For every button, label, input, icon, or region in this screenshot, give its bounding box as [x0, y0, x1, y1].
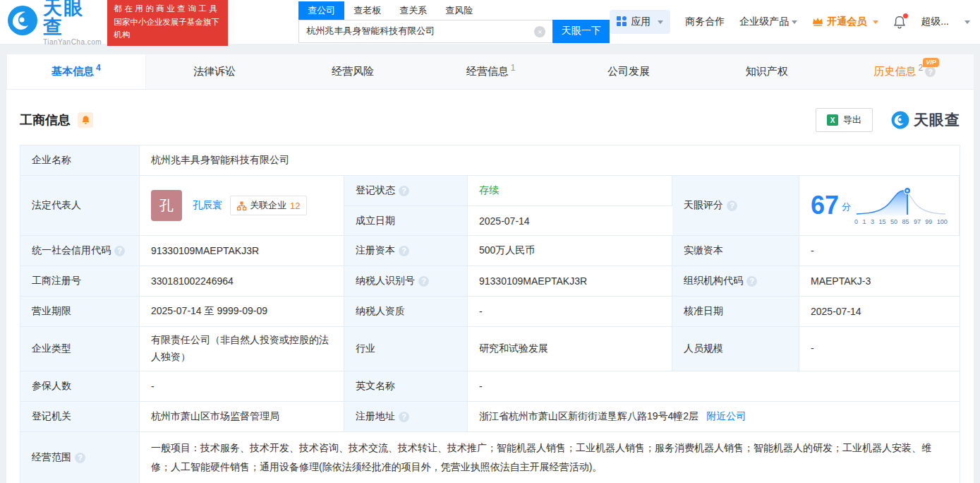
tab-count: 1: [511, 63, 516, 73]
search-tab-company[interactable]: 查公司: [298, 1, 344, 20]
user-menu[interactable]: 超级...: [921, 16, 970, 28]
tab-label: 历史信息: [873, 65, 916, 78]
score-value: 67: [811, 191, 839, 220]
legal-rep-link[interactable]: 孔辰寰: [193, 199, 222, 212]
tianyan-score-cell: 67 分: [799, 176, 960, 236]
field-label: 纳税人资质: [344, 297, 468, 327]
help-icon[interactable]: ?: [75, 453, 85, 463]
tab-legal-litigation[interactable]: 法律诉讼: [146, 54, 284, 89]
tianyancha-logo[interactable]: 天眼查 TianYanCha.com: [7, 0, 102, 46]
field-label: 注册地址 ?: [344, 402, 468, 432]
search-input[interactable]: [298, 20, 552, 43]
excel-icon: X: [827, 114, 838, 126]
field-label: 行业: [344, 327, 468, 371]
clear-search-icon[interactable]: ×: [534, 26, 545, 37]
related-companies-badge[interactable]: 关联企业 12: [230, 196, 307, 215]
tianyancha-swirl-icon: [7, 5, 38, 39]
tab-count: 2: [918, 63, 923, 73]
establish-date-value: 2025-07-14: [468, 206, 672, 236]
field-label-text: 组织机构代码: [684, 275, 743, 287]
tab-intellectual-property[interactable]: 知识产权: [698, 54, 836, 89]
help-icon[interactable]: ?: [114, 246, 125, 256]
field-label: 纳税人识别号 ?: [344, 266, 468, 297]
axis-tick: 99: [925, 218, 932, 225]
help-icon[interactable]: ?: [399, 246, 409, 256]
apps-grid-icon: [617, 16, 627, 28]
logo-text: 天眼查: [43, 0, 102, 37]
field-label-text: 纳税人识别号: [356, 275, 415, 287]
section-title: 工商信息: [20, 112, 71, 129]
table-row: 登记机关 杭州市萧山区市场监督管理局 注册地址 ? 浙江省杭州市萧山区新街街道垦…: [20, 402, 960, 432]
reg-authority-value: 杭州市萧山区市场监督管理局: [140, 402, 344, 432]
logo-domain: TianYanCha.com: [43, 39, 102, 46]
user-name: 超级...: [921, 16, 949, 28]
tab-history-info[interactable]: 历史信息 2 ? VIP: [835, 54, 974, 89]
network-icon: [237, 201, 246, 210]
bell-icon: [81, 115, 90, 125]
english-name-value: -: [468, 371, 960, 402]
help-icon[interactable]: ?: [746, 276, 757, 287]
watermark-text: 天眼查: [914, 110, 960, 130]
help-icon[interactable]: ?: [399, 412, 409, 422]
business-scope-value: 一般项目：技术服务、技术开发、技术咨询、技术交流、技术转让、技术推广；智能机器人…: [140, 432, 960, 483]
watermark-logo: 天眼查: [891, 110, 960, 130]
axis-tick: 0: [854, 218, 858, 225]
help-icon[interactable]: ?: [727, 201, 737, 211]
promo-line2: 国家中小企业发展子基金旗下机构: [114, 16, 222, 42]
field-label-text: 登记状态: [356, 184, 395, 197]
chevron-down-icon: [792, 20, 797, 24]
table-row: 企业类型 有限责任公司（非自然人投资或控股的法人独资） 行业 研究和试验发展 人…: [20, 327, 960, 371]
table-row: 工商注册号 330181002246964 纳税人识别号 ? 91330109M…: [20, 266, 960, 297]
export-label: 导出: [843, 114, 861, 126]
credit-code-value: 91330109MAEPTAKJ3R: [140, 236, 344, 266]
taxpayer-quality-value: -: [468, 297, 672, 327]
axis-tick: 1: [862, 218, 866, 225]
nav-cooperation[interactable]: 商务合作: [685, 16, 725, 28]
company-name-value: 杭州兆丰具身智能科技有限公司: [140, 145, 960, 176]
field-label-text: 天眼评分: [684, 199, 723, 212]
search-tab-relation[interactable]: 查关系: [390, 1, 436, 20]
chevron-down-icon: [658, 20, 663, 24]
field-label: 法定代表人: [20, 176, 140, 236]
avatar[interactable]: 孔: [151, 190, 182, 221]
company-detail-card: 基本信息 4 法律诉讼 经营风险 经营信息 1 公司发展 知识产权 历史信息 2…: [6, 54, 974, 483]
tab-label: 法律诉讼: [193, 65, 236, 78]
field-label: 注册资本 ?: [344, 236, 468, 266]
score-unit: 分: [842, 201, 851, 212]
nav-enterprise-products[interactable]: 企业级产品: [739, 16, 797, 28]
field-label: 统一社会信用代码 ?: [20, 236, 140, 266]
table-row: 营业期限 2025-07-14 至 9999-09-09 纳税人资质 - 核准日…: [20, 297, 960, 327]
detail-tabs: 基本信息 4 法律诉讼 经营风险 经营信息 1 公司发展 知识产权 历史信息 2…: [6, 54, 974, 90]
help-icon[interactable]: ?: [399, 186, 409, 196]
help-icon[interactable]: ?: [418, 276, 429, 287]
help-icon[interactable]: ?: [925, 66, 936, 77]
axis-tick: 3: [871, 218, 874, 225]
org-code-value: MAEPTAKJ-3: [799, 266, 960, 297]
apps-menu[interactable]: 应用: [610, 10, 670, 34]
field-label: 企业名称: [20, 145, 140, 176]
tianyancha-swirl-icon: [891, 111, 909, 129]
staff-size-value: -: [799, 327, 960, 371]
export-button[interactable]: X 导出: [816, 108, 873, 132]
tab-basic-info[interactable]: 基本信息 4: [6, 54, 146, 89]
notifications-bell[interactable]: [893, 16, 906, 29]
tab-label: 基本信息: [52, 65, 94, 78]
vip-badge: VIP: [923, 58, 939, 67]
tab-label: 公司发展: [607, 65, 650, 78]
promo-banner: 都在用的商业查询工具 国家中小企业发展子基金旗下机构: [107, 0, 228, 46]
field-label: 企业类型: [20, 327, 140, 371]
search-button[interactable]: 天眼一下: [552, 20, 610, 43]
search-tab-boss[interactable]: 查老板: [344, 1, 390, 20]
tab-operating-risk[interactable]: 经营风险: [284, 54, 422, 89]
enterprise-products-label: 企业级产品: [739, 16, 789, 28]
paid-capital-value: -: [799, 236, 960, 266]
open-vip-button[interactable]: 开通会员: [812, 16, 878, 28]
search-tab-risk[interactable]: 查风险: [436, 1, 482, 20]
taxpayer-id-value: 91330109MAEPTAKJ3R: [468, 266, 672, 297]
tab-operating-info[interactable]: 经营信息 1: [422, 54, 560, 89]
monitor-bell-button[interactable]: [78, 112, 93, 128]
chevron-down-icon: [964, 20, 970, 24]
tab-company-development[interactable]: 公司发展: [559, 54, 698, 89]
nearby-companies-link[interactable]: 附近公司: [706, 410, 746, 423]
company-type-value: 有限责任公司（非自然人投资或控股的法人独资）: [140, 327, 344, 371]
